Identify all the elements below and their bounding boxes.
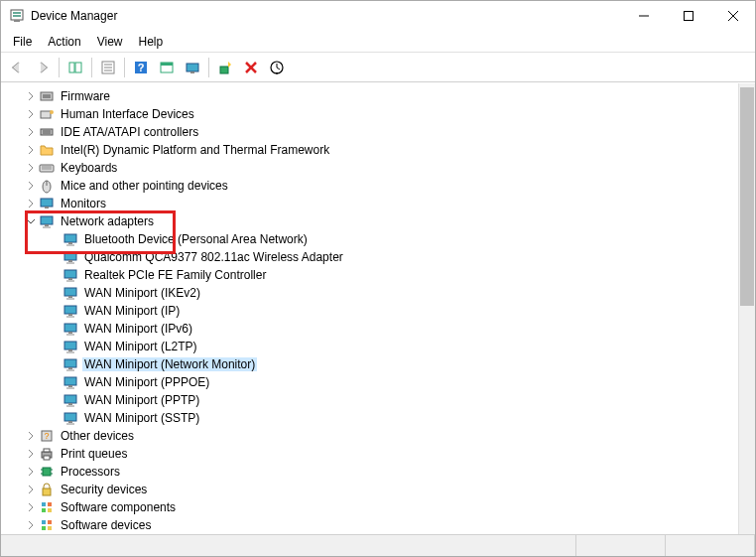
chevron-right-icon[interactable]: [25, 466, 37, 478]
tree-item-label: Monitors: [59, 197, 108, 210]
svg-rect-20: [220, 67, 228, 73]
tree-item[interactable]: Monitors: [1, 195, 738, 212]
tree-item[interactable]: Processors: [1, 463, 738, 481]
forward-button[interactable]: [31, 56, 55, 79]
statusbar-cell: [666, 535, 755, 556]
device-tree[interactable]: FirmwareHuman Interface DevicesIDE ATA/A…: [1, 83, 738, 534]
network-icon: [63, 374, 78, 390]
svg-rect-71: [64, 413, 76, 421]
svg-rect-59: [64, 342, 76, 349]
svg-rect-87: [42, 508, 46, 512]
chevron-right-icon[interactable]: [25, 180, 37, 192]
close-button[interactable]: [710, 1, 755, 31]
tree-item[interactable]: Intel(R) Dynamic Platform and Thermal Fr…: [1, 141, 738, 159]
tree-item-label: WAN Miniport (IKEv2): [82, 286, 202, 300]
tree-item[interactable]: Software components: [1, 498, 738, 516]
svg-rect-56: [64, 324, 76, 332]
svg-rect-1: [13, 12, 21, 14]
svg-rect-9: [75, 63, 81, 72]
security-icon: [39, 482, 55, 497]
update-driver-button[interactable]: [213, 56, 237, 79]
tree-item[interactable]: Firmware: [1, 87, 738, 105]
properties-button[interactable]: [96, 56, 120, 79]
tree-item[interactable]: WAN Miniport (SSTP): [1, 409, 738, 427]
network-icon: [63, 410, 78, 426]
tree-item[interactable]: WAN Miniport (PPPOE): [1, 373, 738, 391]
tree-item[interactable]: Human Interface Devices: [1, 105, 738, 123]
menu-action[interactable]: Action: [40, 33, 88, 51]
tree-item[interactable]: Network adapters: [1, 212, 738, 230]
action-button[interactable]: [155, 56, 179, 79]
chevron-right-icon[interactable]: [25, 501, 37, 513]
tree-item[interactable]: Mice and other pointing devices: [1, 177, 738, 195]
network-icon: [63, 339, 78, 354]
tree-item-label: Qualcomm QCA9377 802.11ac Wireless Adapt…: [82, 250, 345, 264]
processor-icon: [39, 464, 55, 480]
disable-device-button[interactable]: [265, 56, 289, 79]
chevron-down-icon[interactable]: [25, 215, 37, 227]
svg-text:?: ?: [44, 431, 49, 441]
svg-rect-45: [68, 260, 72, 262]
tree-item[interactable]: WAN Miniport (Network Monitor): [1, 355, 738, 373]
show-hide-console-button[interactable]: [63, 56, 87, 79]
uninstall-device-button[interactable]: [239, 56, 263, 79]
statusbar-cell: [576, 535, 666, 556]
tree-item[interactable]: WAN Miniport (IP): [1, 302, 738, 320]
scrollbar-thumb[interactable]: [740, 87, 754, 306]
svg-rect-65: [64, 377, 76, 385]
svg-rect-84: [43, 488, 51, 495]
tree-item[interactable]: WAN Miniport (PPTP): [1, 391, 738, 409]
window-title: Device Manager: [31, 9, 621, 23]
help-button[interactable]: ?: [129, 56, 153, 79]
minimize-button[interactable]: [621, 1, 666, 31]
app-icon: [9, 8, 25, 24]
tree-item-label: Human Interface Devices: [59, 107, 196, 121]
tree-item-label: Security devices: [59, 483, 149, 496]
svg-rect-19: [190, 71, 194, 73]
maximize-button[interactable]: [666, 1, 710, 31]
scan-hardware-button[interactable]: [181, 56, 204, 79]
tree-item[interactable]: Qualcomm QCA9377 802.11ac Wireless Adapt…: [1, 248, 738, 266]
chevron-right-icon[interactable]: [25, 108, 37, 120]
menu-help[interactable]: Help: [131, 33, 172, 51]
tree-item[interactable]: WAN Miniport (L2TP): [1, 338, 738, 355]
tree-item[interactable]: ?Other devices: [1, 427, 738, 445]
svg-rect-44: [64, 252, 76, 260]
tree-item[interactable]: IDE ATA/ATAPI controllers: [1, 123, 738, 141]
tree-item[interactable]: WAN Miniport (IKEv2): [1, 284, 738, 302]
tree-item[interactable]: Security devices: [1, 481, 738, 498]
tree-item[interactable]: Bluetooth Device (Personal Area Network): [1, 230, 738, 248]
svg-rect-37: [45, 207, 49, 209]
chevron-right-icon[interactable]: [25, 126, 37, 138]
menu-file[interactable]: File: [5, 33, 40, 51]
svg-rect-60: [68, 349, 72, 351]
tree-item[interactable]: WAN Miniport (IPv6): [1, 320, 738, 338]
tree-item[interactable]: Keyboards: [1, 159, 738, 177]
mouse-icon: [39, 178, 55, 194]
chevron-right-icon[interactable]: [25, 162, 37, 174]
tree-item[interactable]: Software devices: [1, 516, 738, 534]
chevron-right-icon[interactable]: [25, 198, 37, 209]
chevron-right-icon[interactable]: [25, 90, 37, 102]
svg-rect-72: [68, 421, 72, 423]
network-icon: [63, 267, 78, 283]
tree-item-label: Software components: [59, 500, 178, 514]
tree-item-label: Other devices: [59, 429, 136, 443]
svg-rect-92: [48, 526, 52, 530]
chevron-right-icon[interactable]: [25, 484, 37, 495]
svg-rect-68: [64, 395, 76, 403]
tree-item[interactable]: Print queues: [1, 445, 738, 463]
other-icon: ?: [39, 428, 55, 444]
svg-rect-69: [68, 403, 72, 405]
back-button[interactable]: [5, 56, 29, 79]
content-area: FirmwareHuman Interface DevicesIDE ATA/A…: [1, 82, 755, 534]
chevron-right-icon[interactable]: [25, 519, 37, 531]
svg-rect-3: [14, 20, 20, 22]
tree-item[interactable]: Realtek PCIe FE Family Controller: [1, 266, 738, 284]
menu-view[interactable]: View: [89, 33, 131, 51]
chevron-right-icon[interactable]: [25, 144, 37, 156]
vertical-scrollbar[interactable]: [738, 83, 755, 534]
chevron-right-icon[interactable]: [25, 430, 37, 442]
tree-item-label: WAN Miniport (IP): [82, 304, 182, 318]
chevron-right-icon[interactable]: [25, 448, 37, 460]
